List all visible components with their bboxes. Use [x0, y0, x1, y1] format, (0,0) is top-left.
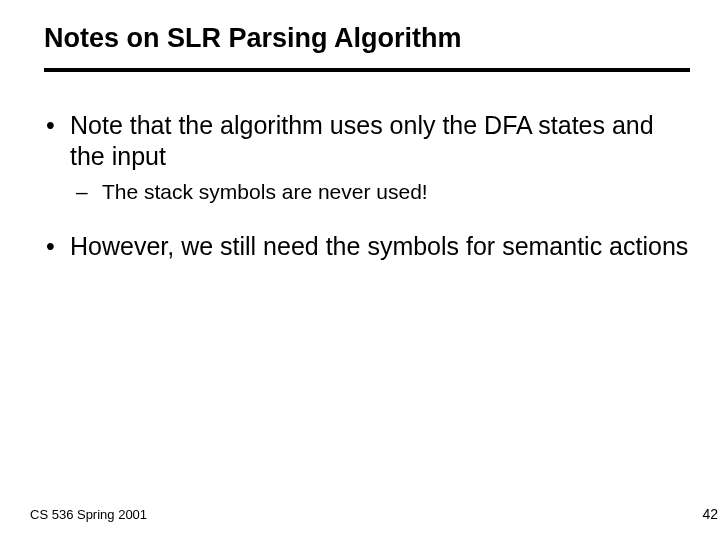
bullet-item: However, we still need the symbols for s…	[44, 231, 690, 262]
footer-left: CS 536 Spring 2001	[30, 507, 147, 522]
content-area: Note that the algorithm uses only the DF…	[44, 110, 690, 288]
sub-bullet-text: The stack symbols are never used!	[102, 180, 428, 203]
bullet-text: Note that the algorithm uses only the DF…	[70, 111, 654, 170]
footer-page-number: 42	[702, 506, 718, 522]
bullet-list: Note that the algorithm uses only the DF…	[44, 110, 690, 262]
title-rule	[44, 68, 690, 72]
slide: Notes on SLR Parsing Algorithm Note that…	[0, 0, 720, 540]
sub-bullet-item: The stack symbols are never used!	[70, 179, 690, 205]
bullet-text: However, we still need the symbols for s…	[70, 232, 688, 260]
title-block: Notes on SLR Parsing Algorithm	[44, 24, 690, 72]
slide-title: Notes on SLR Parsing Algorithm	[44, 24, 690, 54]
bullet-item: Note that the algorithm uses only the DF…	[44, 110, 690, 205]
sub-bullet-list: The stack symbols are never used!	[70, 179, 690, 205]
